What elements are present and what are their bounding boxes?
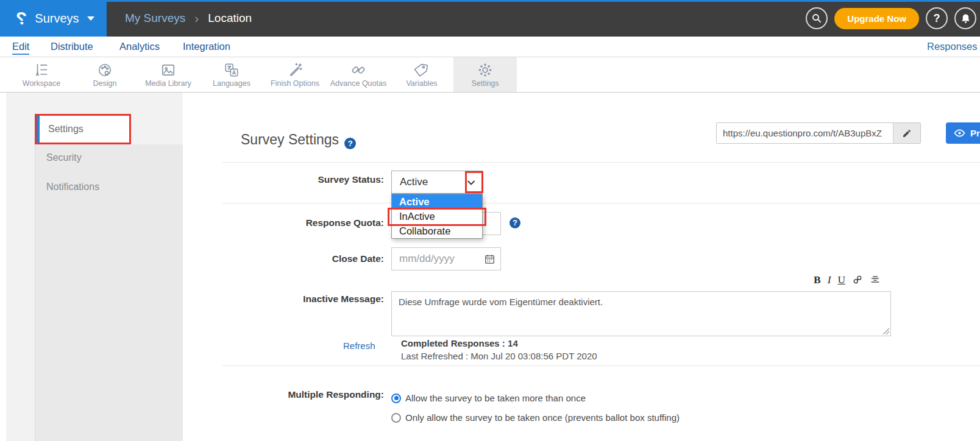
toolbar-label: Design — [73, 79, 137, 88]
tab-integration[interactable]: Integration — [183, 41, 230, 52]
toolbar-label: Finish Options — [263, 79, 327, 88]
content-area: Security Notifications Settings Survey S… — [0, 93, 980, 441]
caret-down-icon — [87, 16, 94, 21]
search-button[interactable] — [806, 7, 828, 29]
underline-button[interactable]: U — [838, 273, 846, 286]
questionpro-logo-icon: ? — [16, 8, 27, 29]
survey-settings-panel: Survey Settings ? Survey Status: Active … — [183, 93, 980, 441]
bell-icon — [960, 13, 971, 24]
survey-status-dropdown: Active InActive Collaborate — [391, 194, 483, 239]
bold-button[interactable]: B — [814, 273, 821, 286]
radio-option-multiple-allowed[interactable]: Allow the survey to be taken more than o… — [391, 393, 586, 403]
active-item-indicator — [37, 116, 40, 143]
toolbar-item-languages[interactable]: Languages — [200, 57, 263, 92]
sidebar-item-notifications[interactable]: Notifications — [46, 182, 99, 192]
completed-responses-count: Completed Responses : 14 — [401, 338, 597, 348]
edit-url-button[interactable] — [893, 123, 920, 143]
help-button[interactable]: ? — [926, 7, 948, 29]
finish-options-wand-icon — [287, 62, 303, 78]
toolbar-items: Workspace Design Media Library Languages… — [10, 57, 517, 92]
toolbar-item-variables[interactable]: Variables — [390, 57, 453, 92]
response-quota-label: Response Quota: — [183, 217, 384, 228]
toolbar-item-design[interactable]: Design — [73, 57, 137, 92]
radio-option-single-only[interactable]: Only allow the survey to be taken once (… — [391, 412, 680, 423]
preview-label: Preview — [970, 128, 980, 138]
topbar: ? Surveys My Surveys › Location Upgrade … — [0, 0, 980, 37]
toolbar-item-workspace[interactable]: Workspace — [10, 57, 73, 92]
last-refreshed-timestamp: Last Refreshed : Mon Jul 20 03:08:56 PDT… — [401, 351, 597, 361]
close-date-label: Close Date: — [183, 253, 384, 264]
close-date-input[interactable] — [392, 248, 471, 270]
toolbar-label: Media Library — [137, 79, 200, 88]
workspace-icon — [34, 62, 49, 78]
product-switcher[interactable]: ? Surveys — [0, 0, 107, 37]
dropdown-option-inactive[interactable]: InActive — [392, 209, 482, 224]
refresh-link[interactable]: Refresh — [343, 340, 375, 351]
toolbar-item-settings[interactable]: Settings — [453, 57, 517, 92]
breadcrumb-my-surveys[interactable]: My Surveys — [125, 12, 185, 25]
italic-button[interactable]: I — [828, 273, 831, 286]
questionpro-app: ? Surveys My Surveys › Location Upgrade … — [0, 0, 980, 441]
toolbar-label: Workspace — [10, 79, 73, 88]
link-icon[interactable] — [852, 274, 863, 285]
top-accent-bar — [0, 0, 980, 2]
design-palette-icon — [97, 62, 113, 78]
toolbar-label: Advance Quotas — [327, 79, 390, 88]
eye-icon — [954, 127, 965, 139]
radio-selected-icon[interactable] — [391, 393, 401, 403]
survey-status-label: Survey Status: — [183, 174, 384, 185]
toolbar-item-finish-options[interactable]: Finish Options — [263, 57, 327, 92]
radio-option-label: Allow the survey to be taken more than o… — [405, 393, 586, 403]
tab-edit[interactable]: Edit — [12, 41, 29, 55]
close-date-field — [391, 247, 501, 270]
survey-nav: Edit Distribute Analytics Integration Re… — [0, 37, 980, 57]
product-name: Surveys — [35, 12, 79, 26]
dropdown-option-active[interactable]: Active — [392, 194, 482, 209]
tab-distribute[interactable]: Distribute — [51, 41, 93, 52]
sidebar-item-settings[interactable]: Settings — [35, 114, 131, 144]
toolbar-label: Settings — [453, 79, 517, 88]
question-mark-icon: ? — [934, 12, 940, 25]
align-center-icon[interactable] — [870, 274, 881, 285]
upgrade-now-button[interactable]: Upgrade Now — [834, 8, 919, 29]
breadcrumb-current-survey: Location — [208, 12, 252, 25]
sidebar-item-security[interactable]: Security — [46, 152, 82, 163]
search-icon — [811, 13, 822, 24]
edit-toolbar: Workspace Design Media Library Languages… — [0, 57, 980, 93]
dropdown-option-collaborate[interactable]: Collaborate — [392, 224, 482, 238]
settings-sidebar: Security Notifications — [35, 144, 183, 441]
inactive-message-label: Inactive Message: — [183, 294, 384, 305]
pencil-icon — [902, 129, 912, 138]
divider — [222, 365, 980, 366]
toolbar-label: Variables — [390, 79, 453, 88]
multiple-responding-label: Multiple Responding: — [183, 389, 384, 400]
page-title: Survey Settings — [241, 132, 339, 148]
toolbar-item-advance-quotas[interactable]: Advance Quotas — [327, 57, 390, 92]
toolbar-item-media-library[interactable]: Media Library — [137, 57, 200, 92]
inactive-message-textarea[interactable]: Diese Umfrage wurde vom Eigentümer deakt… — [391, 291, 891, 336]
toolbar-label: Languages — [200, 79, 263, 88]
survey-url-box — [716, 122, 921, 144]
notifications-button[interactable] — [954, 7, 976, 29]
radio-unselected-icon[interactable] — [391, 413, 401, 423]
variables-tag-icon — [414, 62, 430, 78]
text-editor-toolbar: B I U — [814, 273, 881, 286]
calendar-icon[interactable] — [484, 253, 495, 265]
tab-responses[interactable]: Responses — [927, 41, 978, 52]
divider — [222, 203, 980, 203]
selected-status-value: Active — [400, 171, 428, 193]
preview-button[interactable]: Preview — [946, 122, 980, 144]
radio-option-label: Only allow the survey to be taken once (… — [405, 412, 680, 423]
settings-gear-icon — [477, 62, 493, 78]
breadcrumb: My Surveys › Location — [125, 0, 252, 37]
help-icon[interactable]: ? — [344, 138, 356, 149]
chevron-right-icon: › — [194, 11, 199, 26]
responses-info: Completed Responses : 14 Last Refreshed … — [401, 338, 597, 361]
advance-quotas-chain-icon — [350, 62, 366, 78]
survey-url-input[interactable] — [717, 123, 893, 143]
topbar-actions: Upgrade Now ? — [806, 0, 976, 37]
help-icon[interactable]: ? — [510, 217, 520, 228]
tab-analytics[interactable]: Analytics — [119, 41, 160, 52]
languages-icon — [224, 62, 240, 78]
survey-status-select[interactable]: Active — [391, 171, 483, 194]
